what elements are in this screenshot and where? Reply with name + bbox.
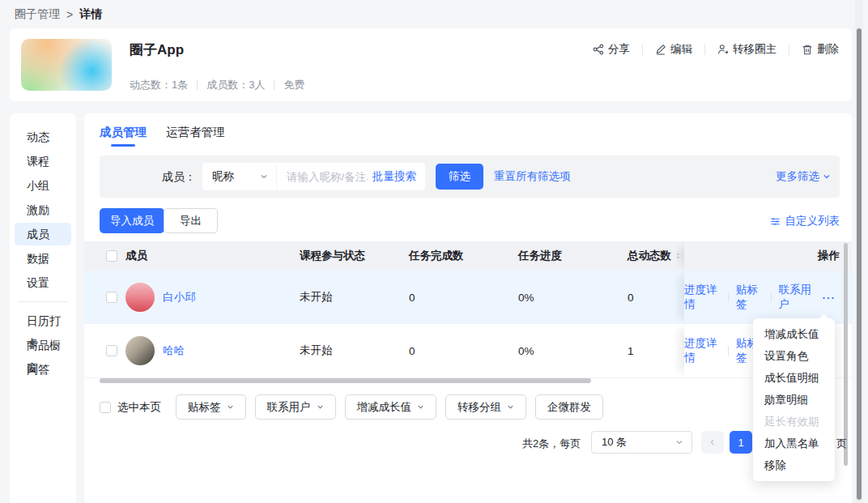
cell-task-progress: 0% <box>518 324 628 377</box>
row-more-button[interactable]: ··· <box>823 292 836 304</box>
filter-apply-button[interactable]: 筛选 <box>436 164 483 190</box>
cell-task-progress: 0% <box>518 271 628 324</box>
menu-item-extend-validity: 延长有效期 <box>753 411 835 433</box>
col-tasks-done: 任务完成数 <box>409 241 518 271</box>
chevron-left-icon <box>708 438 717 446</box>
page-1-button[interactable]: 1 <box>730 431 752 454</box>
member-name-link[interactable]: 哈哈 <box>163 343 185 358</box>
import-members-button[interactable]: 导入成员 <box>100 208 164 233</box>
table-body: 白小邱 未开始 0 0% 0 进度详情 贴标签 联系用户 ··· <box>84 271 852 378</box>
filter-bar: 成员： 昵称 批量搜索 筛选 重置所有筛选项 更多筛选 <box>100 156 840 198</box>
sidebar-item-courses[interactable]: 课程 <box>15 150 71 173</box>
more-filters-label: 更多筛选 <box>776 169 819 184</box>
pencil-icon <box>655 44 666 55</box>
circle-cover-image <box>21 39 112 91</box>
customize-columns-label: 自定义列表 <box>785 214 840 228</box>
progress-detail-link[interactable]: 进度详情 <box>684 283 721 312</box>
stat-divider <box>274 80 274 90</box>
chevron-down-icon <box>507 403 514 411</box>
page-size-select[interactable]: 10 条 <box>591 431 692 454</box>
breadcrumb-current: 详情 <box>79 7 102 22</box>
sort-icon[interactable] <box>674 251 682 261</box>
stat-members-value: 3人 <box>249 78 265 92</box>
chevron-down-icon <box>227 403 234 411</box>
sidebar-divider <box>18 301 68 302</box>
batch-wecom-broadcast-button[interactable]: 企微群发 <box>535 394 603 420</box>
pagination-total: 共2条，每页 <box>522 437 581 451</box>
stat-divider <box>197 80 198 90</box>
sidebar-item-moments[interactable]: 动态 <box>15 126 71 148</box>
page-scrollbar[interactable] <box>857 28 862 500</box>
chevron-down-icon <box>260 173 268 181</box>
tabs: 成员管理 运营者管理 <box>98 113 227 151</box>
page-size-value: 10 条 <box>602 435 675 450</box>
edit-button[interactable]: 编辑 <box>655 42 692 57</box>
select-page-label: 选中本页 <box>117 400 161 415</box>
menu-item-medal-detail[interactable]: 勋章明细 <box>753 389 835 411</box>
sidebar-item-groups[interactable]: 小组 <box>15 174 71 197</box>
chevron-down-icon <box>675 438 683 446</box>
row-checkbox[interactable] <box>106 345 117 356</box>
share-icon <box>593 44 604 55</box>
sidebar-item-calendar-checkin[interactable]: 日历打卡 <box>15 309 71 332</box>
select-page-checkbox[interactable] <box>100 402 111 413</box>
sidebar-item-product-showcase[interactable]: 商品橱窗 <box>15 334 71 356</box>
breadcrumb: 圈子管理 > 详情 <box>15 7 102 22</box>
batch-transfer-group-button[interactable]: 转移分组 <box>445 394 526 420</box>
person-arrow-icon <box>717 44 729 55</box>
action-divider <box>789 45 789 55</box>
delete-button[interactable]: 删除 <box>802 42 839 57</box>
chevron-down-icon <box>417 403 424 411</box>
sidebar-item-data[interactable]: 数据 <box>15 247 71 270</box>
horizontal-scrollbar[interactable] <box>100 378 591 383</box>
action-divider <box>728 346 729 356</box>
transfer-owner-button[interactable]: 转移圈主 <box>717 42 777 57</box>
row-checkbox[interactable] <box>106 292 117 303</box>
breadcrumb-parent[interactable]: 圈子管理 <box>15 7 60 22</box>
sidebar-item-qna[interactable]: 问答 <box>15 358 71 381</box>
sidebar-item-incentive[interactable]: 激励 <box>15 198 71 221</box>
menu-item-growth-detail[interactable]: 成长值明细 <box>753 367 835 389</box>
share-button[interactable]: 分享 <box>593 42 630 57</box>
action-divider <box>642 45 643 55</box>
reset-filters-link[interactable]: 重置所有筛选项 <box>494 156 571 198</box>
customize-columns-link[interactable]: 自定义列表 <box>770 214 840 228</box>
contact-user-link[interactable]: 联系用户 <box>778 283 815 312</box>
col-total-posts: 总动态数 <box>628 241 684 271</box>
more-filters-link[interactable]: 更多筛选 <box>776 156 831 198</box>
action-divider <box>771 292 772 302</box>
cell-course-status: 未开始 <box>300 271 409 324</box>
menu-item-remove[interactable]: 移除 <box>753 454 835 476</box>
col-member: 成员 <box>126 241 300 271</box>
table-vertical-scrollbar[interactable] <box>844 243 848 466</box>
prev-page-button[interactable] <box>701 431 724 454</box>
batch-contact-button[interactable]: 联系用户 <box>255 394 336 420</box>
action-divider <box>704 45 705 55</box>
menu-item-blacklist[interactable]: 加入黑名单 <box>753 433 835 454</box>
menu-item-adjust-growth[interactable]: 增减成长值 <box>753 323 835 345</box>
pagination-jump-suffix: 页 <box>836 437 847 451</box>
member-name-link[interactable]: 白小邱 <box>163 290 196 305</box>
sidebar-item-members[interactable]: 成员 <box>15 223 71 245</box>
menu-item-set-role[interactable]: 设置角色 <box>753 345 835 367</box>
batch-growth-button[interactable]: 增减成长值 <box>345 394 437 420</box>
search-input[interactable] <box>277 171 372 183</box>
circle-title: 圈子App <box>130 40 184 59</box>
sidebar-item-settings[interactable]: 设置 <box>15 271 71 294</box>
batch-tag-button[interactable]: 贴标签 <box>176 394 246 420</box>
stat-posts-value: 1条 <box>172 78 188 92</box>
search-input-wrap: 批量搜索 <box>277 163 425 190</box>
batch-search-link[interactable]: 批量搜索 <box>372 169 416 184</box>
select-all-checkbox[interactable] <box>106 250 117 262</box>
cell-tasks-done: 0 <box>409 271 518 324</box>
progress-detail-link[interactable]: 进度详情 <box>684 336 721 365</box>
filter-field-select[interactable]: 昵称 <box>202 163 276 190</box>
tab-operator-management[interactable]: 运营者管理 <box>164 113 227 151</box>
tab-member-management[interactable]: 成员管理 <box>98 113 148 151</box>
export-button[interactable]: 导出 <box>164 208 218 233</box>
tag-link[interactable]: 贴标签 <box>736 283 764 312</box>
delete-label: 删除 <box>817 42 839 57</box>
sidebar: 动态 课程 小组 激励 成员 数据 设置 日历打卡 商品橱窗 问答 <box>10 113 76 503</box>
member-avatar <box>126 336 155 365</box>
circle-header-card: 圈子App 动态数： 1条 成员数： 3人 免费 分享 编辑 转移圈主 <box>10 28 852 101</box>
